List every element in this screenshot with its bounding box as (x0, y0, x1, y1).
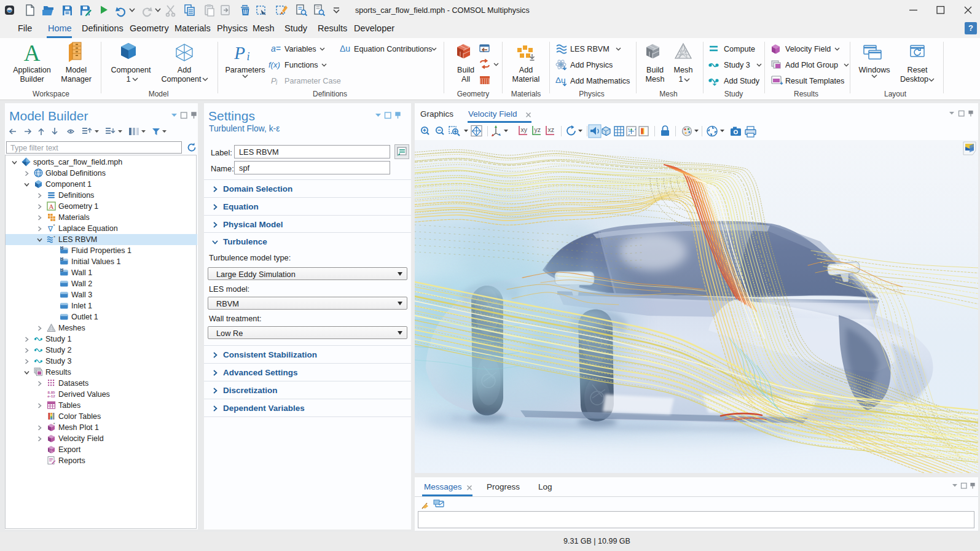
svg-text:Materials: Materials (511, 90, 541, 98)
svg-text:Definitions: Definitions (313, 90, 347, 98)
svg-text:1: 1 (678, 75, 683, 84)
svg-text:Workspace: Workspace (33, 90, 69, 98)
svg-text:Build: Build (457, 66, 474, 74)
svg-text:Build: Build (646, 66, 664, 74)
svg-text:Δu: Δu (555, 76, 566, 85)
svg-text:Geometry: Geometry (457, 90, 490, 98)
svg-text:1: 1 (126, 75, 130, 84)
svg-text:Physics: Physics (579, 90, 604, 98)
svg-text:Parameters: Parameters (225, 66, 265, 74)
svg-text:Component: Component (111, 66, 151, 74)
svg-text:Builder: Builder (20, 75, 44, 84)
svg-text:All: All (461, 75, 470, 84)
svg-text:Functions: Functions (284, 61, 318, 69)
svg-text:Desktop: Desktop (900, 75, 928, 84)
svg-text:sports_car_flow_field.mph - CO: sports_car_flow_field.mph - COMSOL Multi… (355, 6, 530, 15)
svg-text:Add Study: Add Study (724, 77, 760, 85)
svg-text:Mesh: Mesh (659, 90, 677, 98)
svg-text:D: D (61, 246, 63, 249)
svg-text:i: i (276, 79, 278, 86)
svg-text:*: * (53, 423, 55, 426)
svg-text:A: A (49, 203, 54, 210)
svg-text:Mesh: Mesh (646, 75, 665, 84)
svg-text:Velocity Field: Velocity Field (785, 45, 831, 53)
svg-text:Parameter Case: Parameter Case (284, 77, 341, 85)
svg-text:Add: Add (519, 66, 533, 74)
svg-text:i: i (246, 50, 249, 63)
svg-text:Mesh: Mesh (674, 66, 693, 74)
svg-text:e-12: e-12 (47, 394, 55, 398)
svg-text:*: * (53, 235, 55, 240)
svg-text:a=: a= (271, 44, 281, 53)
svg-text:*: * (53, 224, 55, 229)
svg-text:P: P (233, 43, 245, 63)
svg-text:Model: Model (149, 90, 169, 98)
svg-text:Model: Model (66, 66, 87, 74)
svg-text:Variables: Variables (284, 45, 316, 53)
svg-text:Study 3: Study 3 (724, 61, 750, 69)
svg-text:Add: Add (178, 66, 191, 74)
svg-text:Add Mathematics: Add Mathematics (570, 77, 630, 85)
svg-text:A: A (24, 41, 41, 66)
svg-text:Compute: Compute (724, 45, 755, 53)
svg-text:Windows: Windows (858, 66, 890, 74)
svg-text:Manager: Manager (61, 75, 92, 84)
svg-text:D: D (61, 268, 63, 272)
svg-text:xy: xy (521, 126, 528, 133)
svg-text:LES RBVM: LES RBVM (570, 45, 610, 53)
svg-text:Add Plot Group: Add Plot Group (785, 61, 838, 69)
svg-text:Study: Study (724, 90, 743, 98)
svg-text:Δu: Δu (340, 44, 350, 53)
svg-text:yz: yz (535, 126, 541, 133)
svg-text:Result Templates: Result Templates (785, 77, 844, 85)
svg-text:D: D (61, 257, 63, 260)
svg-text:Results: Results (794, 90, 818, 98)
svg-text:xz: xz (548, 126, 555, 133)
svg-text:Component: Component (161, 75, 202, 84)
svg-text:Material: Material (512, 75, 540, 84)
svg-text:f(x): f(x) (269, 60, 280, 69)
svg-text:Application: Application (13, 66, 51, 74)
svg-text:Reset: Reset (907, 66, 928, 74)
svg-text:Equation Contributions: Equation Contributions (354, 45, 432, 53)
svg-text:Layout: Layout (884, 90, 907, 98)
svg-text:Add Physics: Add Physics (570, 61, 613, 69)
